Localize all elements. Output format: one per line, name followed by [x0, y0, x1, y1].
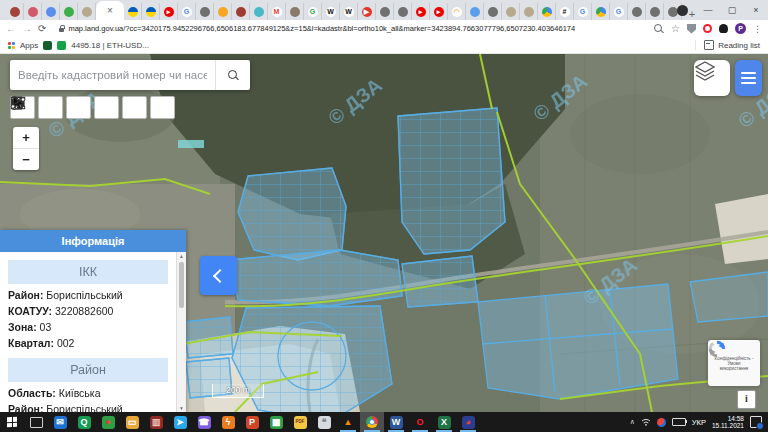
browser-tab[interactable]: ▸: [412, 3, 430, 20]
browser-tab[interactable]: [142, 3, 160, 20]
zoom-out-button[interactable]: −: [13, 149, 39, 170]
lightning-app[interactable]: ϟ: [216, 412, 240, 432]
browser-tab[interactable]: [484, 3, 502, 20]
map-info-button[interactable]: i: [737, 390, 756, 409]
clock[interactable]: 14:58 15.11.2021: [712, 415, 744, 430]
browser-tab[interactable]: [592, 3, 610, 20]
media-app[interactable]: ◕: [456, 412, 480, 432]
browser-tab[interactable]: [60, 3, 78, 20]
scroll-up-icon[interactable]: ▲: [177, 252, 186, 260]
browser-tab[interactable]: G: [178, 3, 196, 20]
browser-tab[interactable]: [628, 3, 646, 20]
globe-gis-app[interactable]: ●: [96, 412, 120, 432]
scroll-down-icon[interactable]: ▼: [177, 404, 186, 412]
browser-profile-dot-icon[interactable]: [677, 5, 688, 16]
measure-length-button[interactable]: M: [38, 96, 63, 119]
paw-extension-icon[interactable]: [719, 24, 728, 33]
browser-tab[interactable]: M: [268, 3, 286, 20]
chrome-app[interactable]: [360, 412, 384, 432]
eth-ticker-bookmark[interactable]: 4495.18 | ETH-USD...: [71, 41, 149, 50]
browser-tab[interactable]: [78, 3, 96, 20]
browser-tab[interactable]: [466, 3, 484, 20]
browser-tab[interactable]: #: [556, 3, 574, 20]
apps-grid-icon[interactable]: [8, 42, 15, 49]
browser-tab[interactable]: [394, 3, 412, 20]
mail-app[interactable]: ✉: [48, 412, 72, 432]
browser-tab[interactable]: [6, 3, 24, 20]
collapse-panel-button[interactable]: [200, 256, 237, 295]
browser-menu-icon[interactable]: ⋮: [753, 24, 762, 34]
forward-button[interactable]: →: [22, 24, 32, 34]
zoom-page-icon[interactable]: [654, 24, 664, 34]
browser-tab[interactable]: [646, 3, 664, 20]
browser-tab[interactable]: ◠: [448, 3, 466, 20]
window-maximize-button[interactable]: ▢: [720, 0, 744, 20]
profile-avatar[interactable]: P: [735, 23, 746, 34]
browser-tab[interactable]: [42, 3, 60, 20]
browser-tab[interactable]: [520, 3, 538, 20]
opera-app[interactable]: O: [408, 412, 432, 432]
zoom-in-button[interactable]: +: [13, 127, 39, 149]
shield-extension-icon[interactable]: [687, 24, 696, 34]
browser-tab[interactable]: [24, 3, 42, 20]
wifi-icon[interactable]: [641, 418, 651, 426]
excel-app[interactable]: X: [432, 412, 456, 432]
reload-button[interactable]: ⟳: [38, 24, 46, 34]
browser-tab[interactable]: ▶: [358, 3, 376, 20]
task-view-button[interactable]: [24, 412, 48, 432]
browser-tab[interactable]: G: [574, 3, 592, 20]
chart-app[interactable]: ▦: [264, 412, 288, 432]
browser-tab[interactable]: [124, 3, 142, 20]
vlc-app[interactable]: ▲: [336, 412, 360, 432]
battery-icon[interactable]: [672, 418, 686, 426]
window-close-button[interactable]: ×: [744, 0, 768, 20]
panel-scrollbar[interactable]: ▲ ▼: [176, 252, 186, 412]
browser-tab[interactable]: [214, 3, 232, 20]
bookmark-favicon[interactable]: [43, 41, 52, 50]
word-app[interactable]: W: [384, 412, 408, 432]
red-app[interactable]: ▥: [144, 412, 168, 432]
browser-tab[interactable]: [502, 3, 520, 20]
qgis-app[interactable]: Q: [72, 412, 96, 432]
file-explorer[interactable]: ▭: [120, 412, 144, 432]
browser-tab[interactable]: ▸: [160, 3, 178, 20]
tray-chevron-up-icon[interactable]: ∧: [630, 418, 635, 426]
url-box[interactable]: map.land.gov.ua/?cc=3420175.9452296766,6…: [52, 21, 648, 36]
layers-button[interactable]: [694, 60, 730, 96]
scroll-thumb[interactable]: [179, 262, 184, 308]
bird-app[interactable]: ❝: [312, 412, 336, 432]
powerpoint-app[interactable]: P: [240, 412, 264, 432]
browser-tab[interactable]: [538, 3, 556, 20]
route-tool-button[interactable]: [150, 96, 175, 119]
apps-label[interactable]: Apps: [20, 41, 38, 50]
ticker-favicon[interactable]: [57, 41, 66, 50]
back-button[interactable]: ←: [6, 24, 16, 34]
browser-tab[interactable]: [232, 3, 250, 20]
select-cursor-button[interactable]: [94, 96, 119, 119]
browser-tab[interactable]: G: [610, 3, 628, 20]
red-ring-extension-icon[interactable]: [703, 24, 712, 33]
map-canvas[interactable]: © ДЗА © ДЗА © ДЗА © ДЗА © ДЗА © ДЗА: [0, 54, 768, 412]
reading-list-button[interactable]: Reading list: [695, 40, 760, 50]
browser-tab[interactable]: [376, 3, 394, 20]
url-text[interactable]: map.land.gov.ua/?cc=3420175.9452296766,6…: [68, 24, 575, 33]
browser-tab[interactable]: W: [340, 3, 358, 20]
recaptcha-badge[interactable]: Конфіденційність - Умовивикористання: [708, 340, 760, 386]
start-button[interactable]: [0, 412, 24, 432]
telegram-app[interactable]: ➤: [168, 412, 192, 432]
browser-tab[interactable]: [286, 3, 304, 20]
window-minimize-button[interactable]: —: [696, 0, 720, 20]
menu-button[interactable]: [735, 60, 762, 96]
language-indicator[interactable]: УКР: [692, 418, 706, 427]
measure-area-button[interactable]: M²: [66, 96, 91, 119]
viber-app[interactable]: ☎: [192, 412, 216, 432]
browser-tab[interactable]: W: [322, 3, 340, 20]
screen-help-button[interactable]: ?: [122, 96, 147, 119]
browser-tab[interactable]: ▸: [430, 3, 448, 20]
browser-tab[interactable]: [196, 3, 214, 20]
browser-tab[interactable]: ×: [96, 1, 124, 20]
browser-tab[interactable]: G: [304, 3, 322, 20]
bookmark-star-icon[interactable]: ☆: [671, 23, 680, 34]
search-input[interactable]: [10, 69, 215, 81]
pdf-app[interactable]: PDF: [288, 412, 312, 432]
